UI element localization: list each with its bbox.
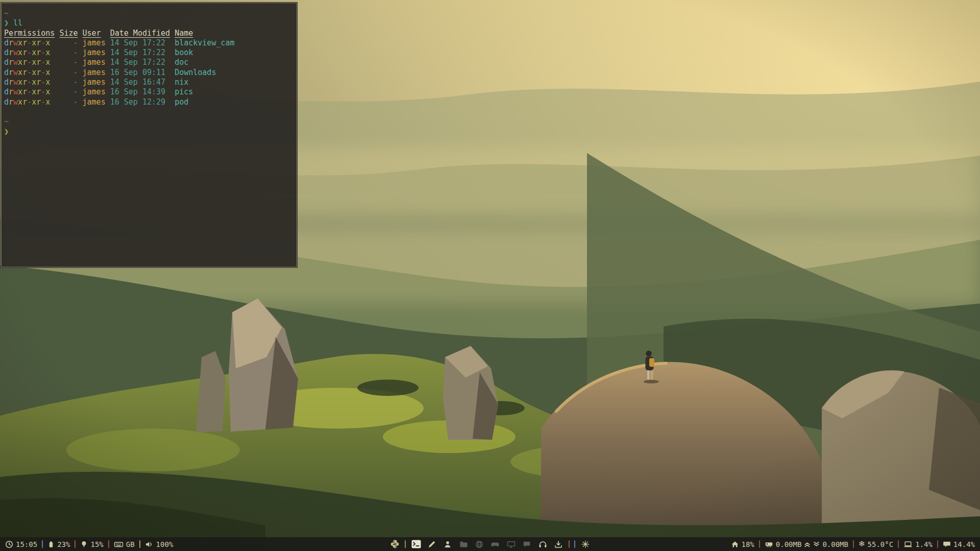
workspace-files[interactable]: [458, 538, 469, 550]
file-row: drwxr-xr-x - james 16 Sep 09:11 Download…: [4, 68, 216, 77]
chat-icon: [523, 540, 531, 548]
laptop-icon: [903, 540, 913, 548]
file-date: 14 Sep 16:47: [110, 78, 165, 87]
status-bar: 15:0523%15%GB100% ✳ 18%0.00MB0.00MB❄55.0…: [0, 537, 980, 551]
module-value: 14.4%: [953, 540, 975, 548]
snowflake-icon: ❄: [859, 540, 865, 548]
monitor-icon: [507, 540, 516, 548]
headphones-icon: [538, 540, 547, 548]
file-row: drwxr-xr-x - james 14 Sep 16:47 nix: [4, 78, 188, 87]
file-size: -: [73, 68, 78, 77]
file-name: pod: [175, 97, 188, 107]
lightbulb-icon: [80, 540, 88, 548]
prompt-symbol: ❯: [4, 18, 9, 28]
file-name: pics: [175, 87, 193, 96]
clock-icon: [5, 540, 13, 548]
column-header: Name: [175, 29, 193, 38]
file-size: -: [73, 87, 78, 96]
file-date: 16 Sep 12:29: [110, 97, 165, 107]
file-row: drwxr-xr-x - james 16 Sep 12:29 pod: [4, 97, 188, 107]
separator: [759, 540, 760, 548]
volume-module: 100%: [145, 540, 174, 548]
file-owner: james: [83, 48, 106, 57]
file-size: -: [73, 78, 78, 87]
separator: [139, 540, 140, 548]
file-row: drwxr-xr-x - james 14 Sep 17:22 doc: [4, 58, 188, 67]
user-icon: [444, 540, 452, 548]
bar-right-group: 18%0.00MB0.00MB❄55.0°C1.4%14.4%: [731, 540, 975, 548]
module-value: 1.4%: [915, 540, 933, 548]
python-icon: [390, 539, 400, 549]
file-owner: james: [83, 68, 106, 77]
workspace-web[interactable]: [474, 538, 485, 550]
workspace-music[interactable]: [537, 538, 548, 550]
cwd-path: ~: [4, 9, 9, 18]
workspace-user[interactable]: [442, 538, 453, 550]
battery-module: 23%: [47, 540, 70, 548]
terminal-icon: [411, 540, 421, 548]
home-icon: [731, 540, 739, 548]
gamepad-icon: [491, 540, 500, 548]
module-value: 0.00MB: [776, 540, 802, 548]
prompt-symbol: ❯: [4, 127, 9, 136]
module-value: 0.00MB: [822, 540, 848, 548]
file-row: drwxr-xr-x - james 16 Sep 14:39 pics: [4, 87, 193, 96]
file-owner: james: [83, 87, 106, 96]
column-header: Permissions: [4, 29, 55, 38]
file-row: drwxr-xr-x - james 14 Sep 17:22 book: [4, 48, 193, 57]
file-size: -: [73, 48, 78, 57]
file-name: nix: [175, 78, 188, 87]
file-owner: james: [83, 58, 106, 67]
separator: [574, 540, 575, 548]
separator: [569, 540, 570, 548]
file-row: drwxr-xr-x - james 14 Sep 17:22 blackvie…: [4, 38, 235, 47]
column-header: Size: [59, 29, 78, 38]
file-name: blackview_cam: [175, 38, 234, 47]
file-name: doc: [175, 58, 188, 67]
separator: [42, 540, 43, 548]
separator: [108, 540, 109, 548]
memory-module: 14.4%: [943, 540, 975, 548]
folder-icon: [459, 540, 468, 548]
typed-command: ll: [9, 18, 22, 28]
workspace-editor[interactable]: [426, 538, 437, 550]
file-owner: james: [83, 38, 106, 47]
separator: [853, 540, 854, 548]
angles-up-icon: [804, 540, 811, 548]
clock-module: 15:05: [5, 540, 37, 548]
file-size: -: [73, 38, 78, 47]
globe-icon: [475, 540, 483, 548]
workspace-chat[interactable]: [521, 538, 532, 550]
file-owner: james: [83, 97, 106, 107]
cwd-path: ~: [4, 117, 9, 126]
settings-launcher[interactable]: ✳: [580, 538, 591, 550]
file-date: 14 Sep 17:22: [110, 58, 165, 67]
workspace-terminal-active[interactable]: [410, 538, 422, 550]
workspace-python[interactable]: [389, 538, 400, 550]
cpu-module: 1.4%: [903, 540, 933, 548]
file-date: 16 Sep 14:39: [110, 87, 165, 96]
file-name: book: [175, 48, 193, 57]
file-date: 14 Sep 17:22: [110, 48, 165, 57]
workspace-monitor[interactable]: [505, 538, 517, 550]
separator: [898, 540, 899, 548]
separator: [937, 540, 938, 548]
keyboard-icon: [114, 540, 124, 548]
angles-down-icon: [813, 540, 820, 548]
file-date: 14 Sep 17:22: [110, 38, 165, 47]
temperature-module: ❄55.0°C: [859, 540, 893, 548]
speech-bubble-icon: [943, 540, 951, 548]
desktop: ~ ❯ ll Permissions Size User Date Modifi…: [0, 0, 980, 551]
terminal-window[interactable]: ~ ❯ ll Permissions Size User Date Modifi…: [1, 3, 297, 267]
pencil-icon: [428, 540, 436, 548]
column-header: User: [83, 29, 101, 38]
separator: [405, 540, 406, 548]
download-icon: [554, 540, 562, 548]
workspace-games[interactable]: [489, 538, 501, 550]
file-date: 16 Sep 09:11: [110, 68, 165, 77]
file-size: -: [73, 58, 78, 67]
keyboard-layout-module: GB: [114, 540, 135, 548]
module-value: 100%: [156, 540, 174, 548]
workspace-downloads[interactable]: [553, 538, 564, 550]
network-module: 0.00MB0.00MB: [765, 540, 848, 548]
